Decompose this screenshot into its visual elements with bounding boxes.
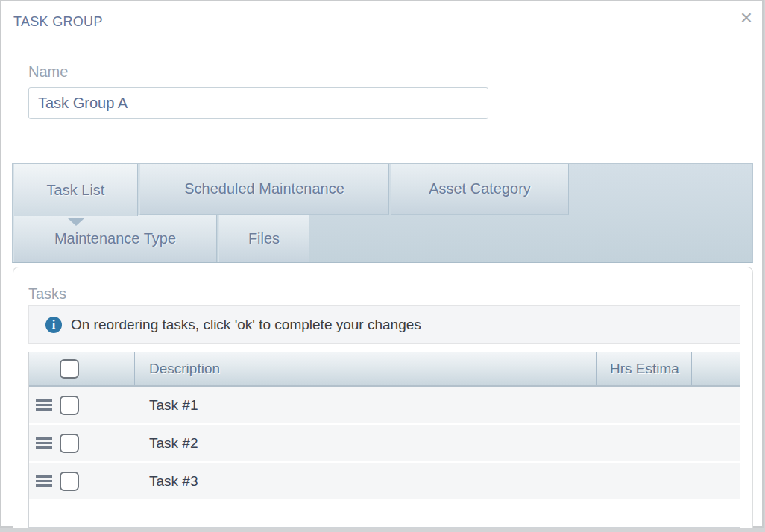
info-icon: i [45, 317, 62, 333]
task-description: Task #2 [149, 435, 198, 452]
table-row[interactable]: Task #1 [29, 387, 740, 425]
close-icon[interactable]: × [735, 7, 758, 30]
name-input[interactable] [28, 87, 488, 119]
task-group-dialog: TASK GROUP × Name Task List Scheduled Ma… [0, 0, 764, 528]
header-filler-cell [691, 352, 740, 385]
dialog-title: TASK GROUP [13, 14, 103, 30]
table-row[interactable]: Task #2 [29, 425, 740, 463]
drag-handle-icon[interactable] [36, 475, 52, 487]
tab-row-2: Maintenance Type Files [13, 215, 752, 262]
tab-scheduled-maintenance[interactable]: Scheduled Maintenance [139, 164, 389, 215]
tab-strip: Task List Scheduled Maintenance Asset Ca… [12, 163, 753, 263]
tab-maintenance-type[interactable]: Maintenance Type [13, 215, 217, 262]
task-list-panel: Tasks i On reordering tasks, click 'ok' … [13, 267, 753, 528]
tab-task-list[interactable]: Task List [13, 164, 138, 216]
row-checkbox[interactable] [60, 472, 79, 491]
table-header-row: Description Hrs Estima [29, 352, 740, 387]
select-all-header-cell [29, 352, 134, 385]
tab-files[interactable]: Files [218, 215, 309, 262]
tasks-section-label: Tasks [28, 285, 66, 303]
tab-asset-category[interactable]: Asset Category [391, 164, 569, 215]
info-message: On reordering tasks, click 'ok' to compl… [71, 317, 421, 333]
table-empty-area [29, 501, 740, 527]
task-description: Task #3 [149, 473, 198, 490]
row-checkbox[interactable] [60, 434, 79, 453]
hrs-estimate-column-header[interactable]: Hrs Estima [596, 352, 691, 385]
drag-handle-icon[interactable] [36, 437, 52, 449]
row-checkbox[interactable] [60, 396, 79, 415]
reorder-info-banner: i On reordering tasks, click 'ok' to com… [28, 305, 740, 344]
tab-row-1: Task List Scheduled Maintenance Asset Ca… [13, 164, 752, 215]
select-all-checkbox[interactable] [60, 359, 79, 379]
description-column-header[interactable]: Description [134, 352, 596, 385]
task-description: Task #1 [149, 397, 198, 414]
table-row[interactable]: Task #3 [29, 463, 740, 501]
selected-tab-caret-icon [68, 218, 84, 226]
drag-handle-icon[interactable] [36, 399, 52, 411]
name-label: Name [28, 63, 68, 80]
tasks-table: Description Hrs Estima Task #1 Task #2 T… [28, 352, 740, 528]
